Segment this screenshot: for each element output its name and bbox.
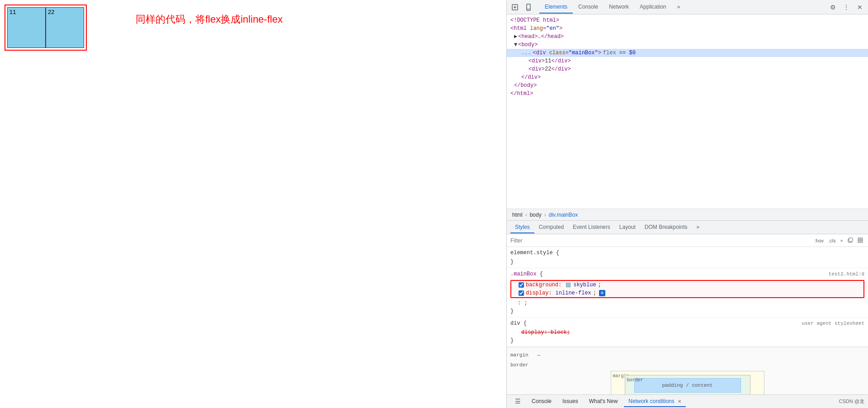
breadcrumb-divmainbox[interactable]: div.mainBox: [547, 211, 580, 219]
rule-close-element: }: [510, 258, 864, 266]
filter-icon1[interactable]: [846, 237, 854, 244]
dom-line-html-close[interactable]: </html>: [507, 90, 868, 98]
tab-elements[interactable]: Elements: [539, 1, 573, 14]
checkbox-display[interactable]: [519, 290, 524, 296]
tab-more[interactable]: »: [672, 1, 686, 14]
child-box-2: 22: [46, 7, 84, 48]
devtools-toolbar: ElementsConsoleNetworkApplication» ⚙ ⋮ ✕: [507, 0, 868, 14]
filter-actions: :hov .cls +: [813, 237, 864, 244]
tab-layout[interactable]: Layout: [615, 222, 640, 233]
dom-line-body-close[interactable]: </body>: [507, 81, 868, 90]
svg-rect-6: [861, 238, 863, 240]
tab-bottom-menu[interactable]: ☰: [510, 396, 525, 408]
box-model-diagram: margin border padding / content: [510, 371, 864, 394]
css-rules-panel: element.style { } .mainBox { test2.html:…: [507, 247, 868, 394]
border-label: border: [510, 362, 528, 368]
tab-issues[interactable]: Issues: [558, 396, 583, 407]
styles-tabs: Styles Computed Event Listeners Layout D…: [507, 221, 868, 234]
tab-whats-new[interactable]: What's New: [585, 396, 623, 407]
caption-text: 同样的代码，将flex换成inline-flex: [136, 13, 283, 26]
devtools-tabs: ElementsConsoleNetworkApplication»: [536, 1, 826, 14]
close-button[interactable]: ✕: [854, 1, 866, 13]
bottom-right-label: CSDN @龙: [839, 398, 864, 405]
filter-icon2[interactable]: [856, 237, 864, 244]
color-swatch-skyblue[interactable]: [566, 283, 571, 287]
demo-container: 11 22: [5, 5, 87, 51]
breadcrumb-html[interactable]: html: [510, 211, 524, 219]
tab-event-listeners[interactable]: Event Listeners: [568, 222, 615, 233]
css-prop-display: display: inline-flex ; ⊞: [511, 289, 863, 297]
checkbox-background[interactable]: [519, 282, 524, 288]
demo-area: 11 22: [5, 5, 87, 51]
tab-network[interactable]: Network: [604, 1, 634, 14]
tab-computed[interactable]: Computed: [534, 222, 568, 233]
inspect-button[interactable]: [509, 1, 521, 13]
more-button[interactable]: ⋮: [840, 1, 853, 13]
bottom-toolbar: ☰ Console Issues What's New Network cond…: [507, 394, 868, 408]
css-rule-element-style: element.style { }: [507, 247, 868, 268]
dom-panel: <!DOCTYPE html> <html lang="en"> ▶ <head…: [507, 14, 868, 209]
filter-add-btn[interactable]: +: [839, 237, 844, 244]
tab-console-bottom[interactable]: Console: [527, 396, 556, 407]
filter-hov-btn[interactable]: :hov: [813, 237, 825, 244]
dom-line-body[interactable]: ▼ <body>: [507, 41, 868, 49]
dom-line-div2[interactable]: <div>22</div>: [507, 65, 868, 73]
dom-line-head[interactable]: ▶ <head>…</head>: [507, 33, 868, 41]
css-rule-div: div { user agent stylesheet display: blo…: [507, 318, 868, 347]
svg-rect-5: [858, 238, 860, 240]
breadcrumb-bar: html › body › div.mainBox: [507, 209, 868, 221]
devtools-toolbar-right: ⚙ ⋮ ✕: [826, 1, 866, 13]
tab-dom-breakpoints[interactable]: DOM Breakpoints: [640, 222, 692, 233]
rule-selector-mainbox[interactable]: .mainBox {: [510, 270, 543, 278]
strikethrough-display: display: block;: [521, 328, 570, 337]
tab-network-conditions[interactable]: Network conditions ✕: [624, 396, 686, 407]
rule-selector-div[interactable]: div {: [510, 319, 527, 327]
dom-line-div1[interactable]: <div>11</div>: [507, 57, 868, 65]
css-extra-line: : ;: [510, 299, 864, 307]
devtools-panel: ElementsConsoleNetworkApplication» ⚙ ⋮ ✕…: [506, 0, 868, 408]
svg-rect-1: [527, 4, 530, 10]
main-content: 11 22 同样的代码，将flex换成inline-flex ElementsC…: [0, 0, 868, 408]
css-prop-background: background: skyblue ;: [511, 281, 863, 289]
tab-application[interactable]: Application: [634, 1, 672, 14]
breadcrumb-body[interactable]: body: [528, 211, 543, 219]
rule-selector-element[interactable]: element.style {: [510, 249, 864, 257]
filter-cls-btn[interactable]: .cls: [827, 237, 837, 244]
rule-close-mainbox: }: [510, 307, 864, 315]
margin-label: margin: [510, 351, 528, 359]
svg-rect-8: [861, 241, 863, 242]
dom-line-div-close[interactable]: </div>: [507, 73, 868, 81]
rule-close-div: }: [510, 337, 864, 345]
close-network-conditions[interactable]: ✕: [678, 399, 681, 404]
svg-rect-4: [849, 238, 853, 242]
device-toggle-button[interactable]: [522, 1, 535, 13]
css-prop-div-display: display: block;: [510, 328, 864, 337]
filter-input[interactable]: [510, 236, 809, 245]
tab-styles[interactable]: Styles: [510, 222, 534, 233]
margin-dash: —: [538, 351, 541, 359]
dom-line-doctype[interactable]: <!DOCTYPE html>: [507, 16, 868, 24]
svg-rect-7: [858, 241, 860, 242]
tab-console[interactable]: Console: [573, 1, 604, 14]
dom-line-html[interactable]: <html lang="en">: [507, 24, 868, 33]
highlight-box: background: skyblue ; display: inline-fl…: [510, 280, 864, 298]
child-box-1: 11: [7, 7, 46, 48]
tab-styles-more[interactable]: »: [692, 222, 704, 233]
box-model-section: margin — border margin border padding / …: [507, 347, 868, 394]
css-rule-mainbox: .mainBox { test2.html:9 background: skyb…: [507, 268, 868, 318]
dom-line-mainbox[interactable]: ... <div class="mainBox"> flex == $0: [507, 49, 868, 57]
rule-source-mainbox: test2.html:9: [829, 270, 864, 279]
settings-button[interactable]: ⚙: [826, 1, 839, 13]
main-box-demo: 11 22: [7, 7, 84, 48]
rule-source-div: user agent stylesheet: [802, 319, 864, 328]
filter-bar: :hov .cls +: [507, 234, 868, 247]
flex-layout-icon[interactable]: ⊞: [599, 290, 605, 296]
